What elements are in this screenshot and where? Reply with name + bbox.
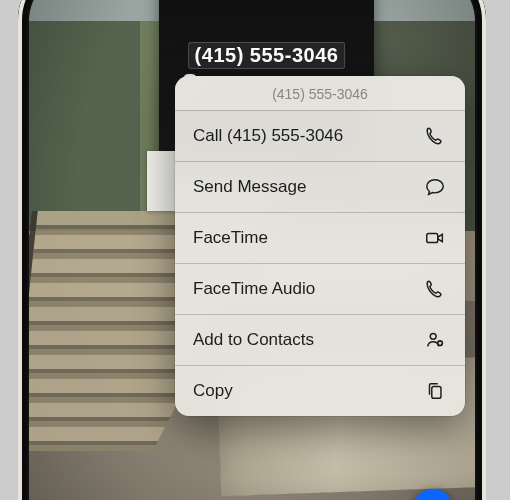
menu-item-facetime-audio[interactable]: FaceTime Audio xyxy=(175,263,465,314)
menu-item-label: FaceTime Audio xyxy=(193,279,423,299)
context-menu-header: (415) 555-3046 xyxy=(175,76,465,110)
svg-rect-3 xyxy=(432,386,441,398)
menu-item-label: Send Message xyxy=(193,177,423,197)
menu-item-label: Add to Contacts xyxy=(193,330,423,350)
decor-panel xyxy=(147,151,177,211)
copy-icon xyxy=(423,380,447,402)
detected-phone-number-highlight[interactable]: (415) 555-3046 xyxy=(189,43,345,68)
svg-rect-0 xyxy=(427,233,438,242)
phone-frame: (415) 555-3046 S (415) 555-3046 Call (41… xyxy=(18,0,486,500)
add-contact-icon xyxy=(423,329,447,351)
menu-item-call[interactable]: Call (415) 555-3046 xyxy=(175,110,465,161)
menu-item-label: Copy xyxy=(193,381,423,401)
menu-item-send-message[interactable]: Send Message xyxy=(175,161,465,212)
video-icon xyxy=(423,227,447,249)
svg-point-1 xyxy=(430,333,436,339)
menu-item-label: Call (415) 555-3046 xyxy=(193,126,423,146)
menu-item-facetime[interactable]: FaceTime xyxy=(175,212,465,263)
phone-number-context-menu: (415) 555-3046 Call (415) 555-3046 Send … xyxy=(175,76,465,416)
phone-icon xyxy=(423,278,447,300)
menu-item-add-to-contacts[interactable]: Add to Contacts xyxy=(175,314,465,365)
phone-icon xyxy=(423,125,447,147)
camera-viewfinder: (415) 555-3046 S (415) 555-3046 Call (41… xyxy=(29,0,475,500)
message-icon xyxy=(423,176,447,198)
menu-item-copy[interactable]: Copy xyxy=(175,365,465,416)
menu-item-label: FaceTime xyxy=(193,228,423,248)
